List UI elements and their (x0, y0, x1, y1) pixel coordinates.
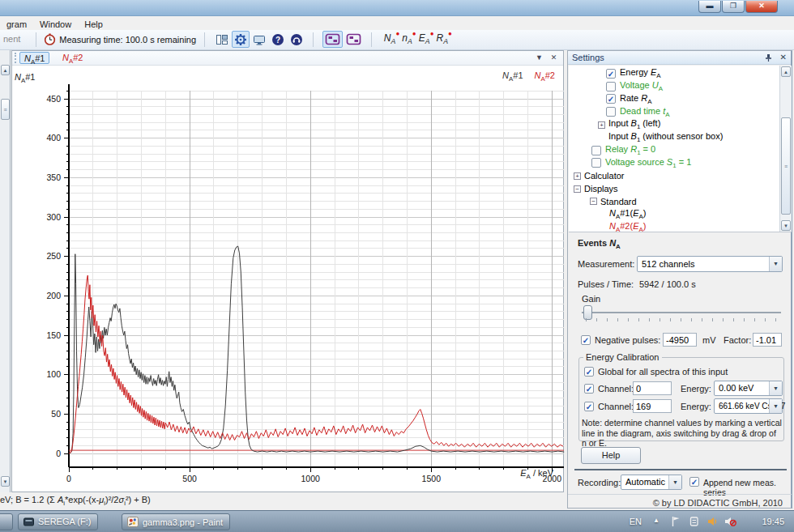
gain-slider-track[interactable] (582, 312, 781, 313)
scroll-thumb[interactable]: ≡ (781, 117, 791, 215)
scroll-up-button[interactable]: ▲ (1, 65, 10, 75)
volume-muted-icon[interactable] (724, 516, 736, 529)
pane-close-icon[interactable]: ✕ (548, 52, 560, 63)
tree-item[interactable]: Input B1 (without sensor box) (569, 131, 792, 144)
global-checkbox[interactable]: ✓ (584, 367, 594, 377)
drag-grip-icon[interactable] (15, 53, 17, 63)
expand-icon[interactable]: + (574, 172, 581, 180)
tree-checkbox[interactable] (606, 107, 616, 117)
channel-input-2[interactable] (633, 399, 672, 413)
tree-item[interactable]: −Standard (569, 195, 792, 208)
tree-checkbox[interactable] (606, 82, 616, 92)
chevron-down-icon[interactable]: ▼ (769, 381, 782, 395)
tree-checkbox[interactable] (591, 158, 601, 168)
clock[interactable]: 19:45 (762, 517, 784, 526)
tree-item[interactable]: ✓Energy EA (569, 67, 792, 80)
settings-close-icon[interactable]: ✕ (780, 53, 787, 62)
measurement-dropdown[interactable]: 512 channels ▼ (637, 256, 783, 272)
comment-field[interactable]: nent (0, 30, 22, 44)
display-button[interactable] (250, 31, 268, 48)
sensor-cassy-left-button[interactable] (322, 31, 343, 48)
chevron-down-icon[interactable]: ▼ (668, 475, 681, 489)
energy-calibration-title: Energy Calibration (583, 352, 662, 362)
help-button[interactable]: Help (581, 447, 641, 464)
scroll-up-button[interactable]: ▲ (781, 66, 791, 77)
restore-button[interactable]: ❐ (722, 1, 745, 13)
pin-icon[interactable] (764, 53, 773, 64)
scroll-down-button[interactable]: ▼ (781, 220, 791, 231)
factor-input[interactable] (753, 333, 782, 347)
settings-gear-button[interactable] (232, 31, 250, 48)
support-button[interactable] (288, 31, 305, 48)
tree-item[interactable]: Relay R1 = 0 (569, 144, 792, 157)
pulses-value: 5942 / 100.0 s (639, 279, 696, 289)
tree-item[interactable]: ✓Rate RA (569, 93, 792, 106)
audio-icon[interactable] (707, 516, 718, 529)
taskbar-button-partial[interactable] (0, 513, 13, 530)
menu-item-gram[interactable]: gram (0, 18, 33, 31)
quantity-button-EA[interactable]: EA● (416, 31, 433, 48)
tree-item[interactable]: Voltage source S1 = 1 (569, 157, 792, 170)
x-axis-title: EA / keV (520, 468, 553, 480)
stopwatch-icon (44, 37, 56, 47)
channel-checkbox-1[interactable]: ✓ (584, 384, 594, 394)
tree-item-label: Energy EA (620, 67, 661, 79)
toolbar-separator (313, 32, 314, 47)
help-icon: ? (271, 35, 284, 49)
quantity-button-nA[interactable]: nA● (399, 31, 414, 48)
negative-pulses-input[interactable] (663, 333, 697, 347)
channel-checkbox-2[interactable]: ✓ (584, 402, 594, 411)
diagram-tab-1[interactable]: NA#1 (19, 52, 49, 64)
tree-checkbox[interactable] (591, 146, 601, 155)
tree-checkbox[interactable]: ✓ (606, 69, 616, 79)
taskbar-button-2[interactable]: gamma3.png - Paint (122, 513, 230, 530)
flag-icon[interactable] (671, 516, 681, 529)
tree-item[interactable]: +Input B1 (left) (569, 118, 792, 131)
channel-input-1[interactable] (633, 381, 672, 395)
sensor-cassy-right-button[interactable] (344, 31, 364, 48)
taskbar-button-1[interactable]: SEREGA (F:) (18, 513, 98, 530)
tree-scrollbar[interactable]: ▲ ≡ ▼ (779, 66, 792, 232)
tray-expand-icon[interactable]: ▲ (653, 517, 660, 524)
tree-item[interactable]: Dead time tA (569, 105, 792, 118)
settings-gear-icon (234, 35, 247, 49)
chevron-down-icon[interactable]: ▼ (769, 257, 782, 271)
tree-item-label: Displays (584, 184, 618, 194)
copyright: © by LD DIDACTIC GmbH, 2010 (653, 498, 783, 508)
collapse-icon[interactable]: − (574, 185, 581, 193)
measurement-label: Measurement: (578, 259, 634, 269)
svg-text:0: 0 (66, 474, 71, 483)
left-pane-fragment: ▲ ≡ ▼ (0, 50, 11, 492)
settings-tree: ✓Energy EAVoltage UA✓Rate RADead time tA… (569, 66, 792, 232)
tree-item[interactable]: +Calculator (569, 169, 792, 182)
status-formula: eV; B = 1.2 (Σ Ai*exp(-(x-μi)²/2σi²) + B… (0, 495, 559, 507)
energy-dropdown-1[interactable]: 0.00 keV ▼ (714, 381, 783, 396)
spectrum-chart[interactable]: 0501001502002503003504004500500100015002… (12, 67, 565, 493)
help-button[interactable]: ? (269, 31, 287, 48)
expand-icon[interactable]: + (598, 121, 605, 129)
append-checkbox[interactable]: ✓ (689, 477, 699, 487)
pane-collapse-icon[interactable]: ▼ (533, 52, 545, 63)
language-indicator[interactable]: EN (630, 517, 642, 526)
menu-item-window[interactable]: Window (33, 18, 78, 31)
chevron-down-icon[interactable]: ▼ (769, 399, 782, 413)
tree-item[interactable]: Voltage UA (569, 80, 792, 93)
minimize-button[interactable]: ▬ (698, 1, 721, 13)
quantity-button-NA[interactable]: NA● (382, 31, 398, 48)
tree-item[interactable]: NA#2(EA) (569, 221, 792, 232)
close-button[interactable]: ✕ (745, 1, 778, 13)
energy-dropdown-2[interactable]: 661.66 keV Cs137 ▼ (714, 398, 783, 414)
collapse-icon[interactable]: − (590, 198, 597, 205)
action-center-icon[interactable] (689, 516, 699, 529)
scroll-down-button[interactable]: ▼ (1, 476, 10, 487)
tree-checkbox[interactable]: ✓ (606, 94, 616, 104)
menu-item-help[interactable]: Help (78, 18, 109, 31)
scroll-thumb[interactable]: ≡ (1, 99, 10, 120)
diagram-tab-2[interactable]: NA#2 (58, 52, 87, 64)
quantity-button-RA[interactable]: RA● (433, 31, 450, 48)
window-layout-button[interactable] (213, 31, 231, 48)
negative-pulses-checkbox[interactable]: ✓ (581, 335, 591, 345)
tree-item[interactable]: NA#1(EA) (569, 208, 792, 221)
recording-dropdown[interactable]: Automatic ▼ (621, 475, 682, 490)
tree-item[interactable]: −Displays (569, 182, 792, 195)
